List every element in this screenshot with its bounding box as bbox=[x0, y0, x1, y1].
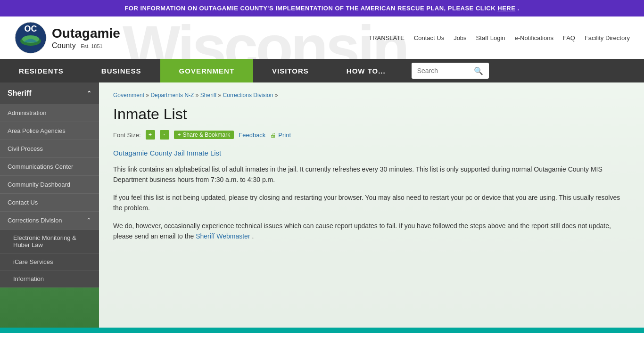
sidebar-item-community-dashboard[interactable]: Community Dashboard bbox=[0, 176, 99, 194]
sidebar-item-communications[interactable]: Communications Center bbox=[0, 158, 99, 176]
feedback-link[interactable]: Feedback bbox=[239, 132, 265, 139]
font-increase-button[interactable]: + bbox=[146, 130, 155, 140]
page-title: Inmate List bbox=[113, 106, 630, 123]
sidebar: Sheriff ⌃ Administration Area Police Age… bbox=[0, 82, 99, 328]
logo-area: OC Outagamie County Est. 1851 bbox=[14, 21, 120, 54]
breadcrumb-sheriff[interactable]: Sheriff bbox=[200, 92, 216, 99]
sidebar-item-contact-us[interactable]: Contact Us bbox=[0, 194, 99, 212]
sidebar-item-civil-process[interactable]: Civil Process bbox=[0, 140, 99, 158]
breadcrumb: Government » Departments N-Z » Sheriff »… bbox=[113, 92, 630, 99]
breadcrumb-government[interactable]: Government bbox=[113, 92, 144, 99]
sidebar-subitem-information[interactable]: Information bbox=[0, 271, 99, 288]
share-icon: + bbox=[178, 132, 181, 138]
wisconsin-watermark: Wisconsin bbox=[123, 16, 407, 59]
top-nav-jobs[interactable]: Jobs bbox=[454, 34, 466, 41]
chevron-up-icon: ⌃ bbox=[86, 217, 91, 224]
content-paragraph-2: If you feel this list is not being updat… bbox=[113, 192, 630, 214]
logo-text: Outagamie County Est. 1851 bbox=[52, 25, 120, 50]
top-nav-staff-login[interactable]: Staff Login bbox=[476, 34, 505, 41]
breadcrumb-departments[interactable]: Departments N-Z bbox=[150, 92, 194, 99]
sidebar-subitem-electronic-monitoring[interactable]: Electronic Monitoring & Huber Law bbox=[0, 230, 99, 254]
top-nav-translate[interactable]: TRANSLATE bbox=[369, 34, 405, 41]
nav-residents[interactable]: RESIDENTS bbox=[0, 59, 83, 82]
announcement-banner: FOR INFORMATION ON OUTAGAMIE COUNTY'S IM… bbox=[0, 0, 644, 16]
content-wrapper: Sheriff ⌃ Administration Area Police Age… bbox=[0, 82, 644, 328]
chevron-up-icon: ⌃ bbox=[87, 90, 91, 97]
print-link[interactable]: 🖨 Print bbox=[270, 132, 291, 139]
sidebar-header-sheriff[interactable]: Sheriff ⌃ bbox=[0, 82, 99, 104]
site-header: OC Outagamie County Est. 1851 Wisconsin … bbox=[0, 16, 644, 59]
nav-visitors[interactable]: VISITORS bbox=[253, 59, 328, 82]
site-logo-icon[interactable]: OC bbox=[14, 21, 47, 54]
main-navigation: RESIDENTS BUSINESS GOVERNMENT VISITORS H… bbox=[0, 59, 644, 82]
print-icon: 🖨 bbox=[270, 132, 276, 139]
top-navigation: TRANSLATE Contact Us Jobs Staff Login e-… bbox=[369, 34, 630, 41]
sidebar-item-corrections[interactable]: Corrections Division ⌃ bbox=[0, 212, 99, 230]
nav-government[interactable]: GOVERNMENT bbox=[160, 59, 254, 82]
top-nav-facility-directory[interactable]: Facility Directory bbox=[585, 34, 630, 41]
sidebar-item-administration[interactable]: Administration bbox=[0, 104, 99, 122]
breadcrumb-corrections[interactable]: Corrections Division bbox=[223, 92, 273, 99]
bottom-bar bbox=[0, 328, 644, 333]
nav-business[interactable]: BUSINESS bbox=[83, 59, 160, 82]
search-input[interactable] bbox=[417, 67, 474, 74]
content-toolbar: Font Size: + - + Share & Bookmark Feedba… bbox=[113, 130, 630, 140]
nav-how-to[interactable]: HOW TO... bbox=[328, 59, 405, 82]
sidebar-subitem-icare[interactable]: iCare Services bbox=[0, 254, 99, 271]
content-paragraph-3: We do, however, occasionally experience … bbox=[113, 221, 630, 242]
share-bookmark-button[interactable]: + Share & Bookmark bbox=[174, 131, 234, 139]
inmate-list-link[interactable]: Outagamie County Jail Inmate List bbox=[113, 149, 630, 157]
top-nav-contact[interactable]: Contact Us bbox=[414, 34, 444, 41]
banner-link[interactable]: HERE bbox=[497, 5, 515, 12]
search-icon[interactable]: 🔍 bbox=[474, 66, 483, 75]
content-paragraph-1: This link contains an alphabetical list … bbox=[113, 164, 630, 185]
sheriff-webmaster-link[interactable]: Sheriff Webmaster bbox=[196, 232, 252, 240]
font-decrease-button[interactable]: - bbox=[160, 130, 169, 140]
top-nav-faq[interactable]: FAQ bbox=[563, 34, 575, 41]
font-size-label: Font Size: bbox=[113, 132, 141, 139]
main-content: Government » Departments N-Z » Sheriff »… bbox=[99, 82, 644, 328]
banner-text: FOR INFORMATION ON OUTAGAMIE COUNTY'S IM… bbox=[124, 5, 497, 12]
top-nav-enotifications[interactable]: e-Notifications bbox=[515, 34, 553, 41]
search-box: 🔍 bbox=[412, 63, 489, 79]
svg-text:OC: OC bbox=[25, 24, 37, 33]
sidebar-item-area-police[interactable]: Area Police Agencies bbox=[0, 122, 99, 140]
